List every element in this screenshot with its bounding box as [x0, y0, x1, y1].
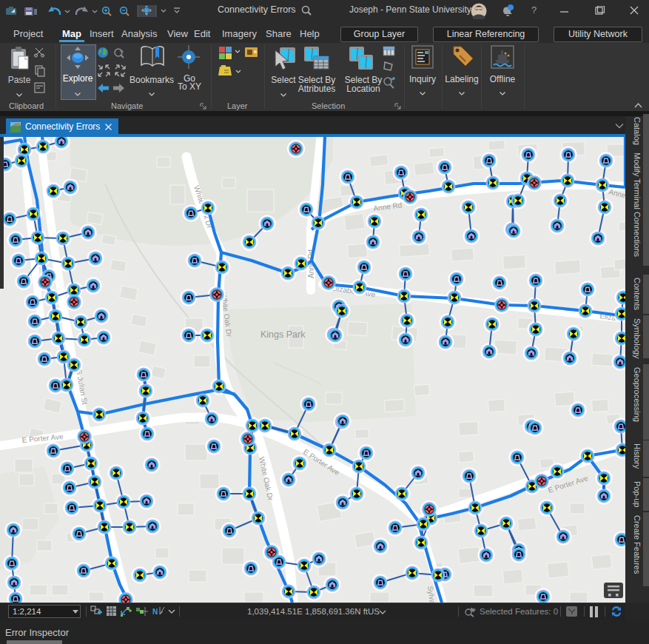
svg-text:Kings Park: Kings Park: [260, 329, 306, 340]
svg-text:N: N: [152, 608, 158, 616]
